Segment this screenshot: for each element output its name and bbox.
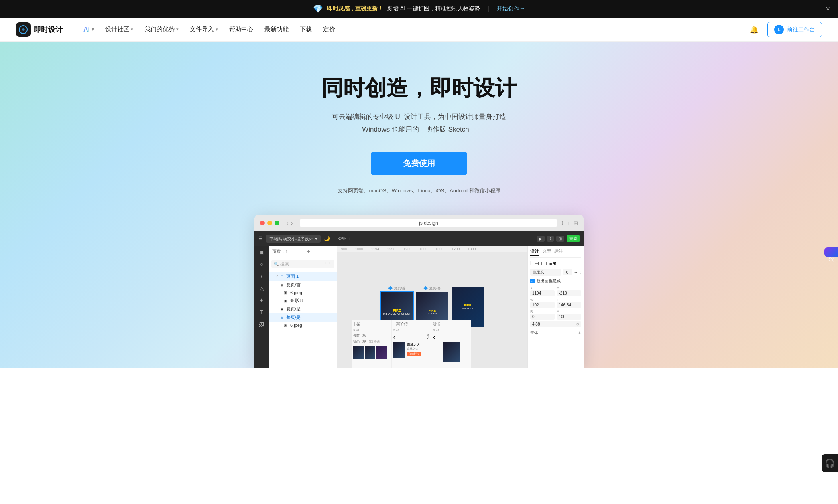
h-input[interactable]: 146.34 <box>557 302 582 308</box>
vector-tool-icon[interactable]: ✦ <box>259 297 264 304</box>
align-center-h-icon[interactable]: ⊣ <box>535 261 539 266</box>
zoom-plus-icon[interactable]: + <box>348 236 350 241</box>
align-top-icon[interactable]: ⊥ <box>545 261 549 266</box>
frame-label-1: 🔷 复页/首 <box>388 286 405 291</box>
free-use-button[interactable]: 免费使用 <box>371 152 467 175</box>
opacity-refresh-icon[interactable]: ↻ <box>576 322 579 326</box>
circle-tool-icon[interactable]: ○ <box>260 261 263 267</box>
x-input[interactable]: 1194 <box>530 290 555 296</box>
w-input[interactable]: 102 <box>530 302 555 308</box>
layer-item[interactable]: ▣6.jpeg <box>269 289 337 296</box>
nav-import[interactable]: 文件导入 ▾ <box>185 23 223 36</box>
zoom-control[interactable]: − 62% + <box>333 236 350 241</box>
align-center-v-icon[interactable]: ≡ <box>549 261 552 266</box>
browser-grid-icon[interactable]: ⊞ <box>574 220 578 226</box>
nav-ai[interactable]: Ai ▾ <box>79 24 99 36</box>
play-btn[interactable]: ▶ <box>537 236 545 242</box>
align-right-icon[interactable]: ⊤ <box>540 261 544 266</box>
text-tool-icon[interactable]: T <box>260 309 264 316</box>
layer-item[interactable]: ▣矩形 8 <box>269 296 337 305</box>
distribute-icon[interactable]: ⊞ <box>553 261 556 266</box>
layer-item[interactable]: ◈复页/是 <box>269 305 337 313</box>
nav-latest[interactable]: 最新功能 <box>260 23 293 36</box>
more-options-icon[interactable]: ⋯ <box>557 261 561 266</box>
layers-search[interactable]: 🔍 搜索 ⋮⋮ <box>271 260 334 268</box>
frame1-title: FIRE <box>393 308 401 312</box>
grid-btn[interactable]: ⊞ <box>556 236 564 242</box>
nav-right: 🔔 L 前往工作台 <box>747 22 822 37</box>
layer-type-icon: ▣ <box>284 291 287 295</box>
y-input[interactable]: -218 <box>557 290 582 296</box>
bottom-strip-1: 书架 9:41 云商书坊 我的书架 书店首选 <box>352 320 392 368</box>
layer-item[interactable]: ✓◻页面 1 <box>269 272 337 281</box>
traffic-light-green[interactable] <box>275 221 279 225</box>
custom-icon1[interactable]: ↔ <box>574 270 578 275</box>
browser-url[interactable]: js.design <box>300 219 557 227</box>
layer-item[interactable]: ◈整页/是 <box>269 313 337 322</box>
nav-latest-label: 最新功能 <box>264 26 289 33</box>
announcement-text: 新增 AI 一键扩图，精准控制人物姿势 <box>387 5 480 12</box>
tab-prototype[interactable]: 原型 <box>542 248 551 256</box>
transform-add-icon[interactable]: + <box>578 330 581 336</box>
r-input[interactable]: 0 <box>530 314 555 320</box>
strip2-title: 书籍介绍 <box>393 322 430 327</box>
layer-options-icon[interactable]: ⋯ <box>329 249 334 254</box>
go-to-workspace-button[interactable]: L 前往工作台 <box>767 22 822 37</box>
moon-icon[interactable]: 🌙 <box>324 236 330 241</box>
traffic-light-red[interactable] <box>260 221 265 225</box>
custom-icon2[interactable]: ↕ <box>579 270 582 275</box>
strip2-content: 森林之火 森林之火 自动折扣 <box>393 342 430 358</box>
logo[interactable]: 即时设计 <box>16 22 63 37</box>
custom-dropdown[interactable]: 自定义 <box>530 269 561 276</box>
hero-subtitle: 可云端编辑的专业级 UI 设计工具，为中国设计师量身打造 Windows 也能用… <box>332 111 506 136</box>
announcement-cta[interactable]: 开始创作→ <box>497 5 525 12</box>
transform-label: 变体 <box>530 330 538 336</box>
nav-help-label: 帮助中心 <box>229 26 253 33</box>
add-page-icon[interactable]: + <box>307 248 310 255</box>
notification-bell[interactable]: 🔔 <box>747 23 761 36</box>
strip3-time: 9:41 <box>433 328 470 332</box>
layer-item[interactable]: ◈复页/首 <box>269 281 337 289</box>
zoom-minus-icon[interactable]: − <box>333 236 336 241</box>
layer-name: 复页/首 <box>286 282 301 288</box>
traffic-light-yellow[interactable] <box>267 221 272 225</box>
clip-checkbox[interactable]: ✓ <box>530 279 535 283</box>
frame2-subtitle: GROUP <box>428 312 437 315</box>
nav-advantage[interactable]: 我们的优势 ▾ <box>140 23 183 36</box>
bottom-strip-2: 书籍介绍 9:41 ‹ ⤴ 森林之火 森林之火 <box>392 320 432 368</box>
select-tool-icon[interactable]: ▣ <box>259 249 264 255</box>
tab-annotate[interactable]: 标注 <box>554 248 563 256</box>
nav-help[interactable]: 帮助中心 <box>224 23 258 36</box>
share-btn[interactable]: ⤴ <box>547 236 554 242</box>
nav-back-btn[interactable]: ‹ <box>287 220 289 226</box>
nav-import-chevron: ▾ <box>216 27 218 32</box>
done-btn[interactable]: 完成 <box>567 235 580 242</box>
floating-button[interactable]: 软 <box>824 247 838 257</box>
browser-share-icon[interactable]: ⤴ <box>561 220 564 226</box>
filter-icon[interactable]: ⋮⋮ <box>323 261 332 267</box>
announcement-close[interactable]: × <box>826 5 830 13</box>
browser-add-icon[interactable]: + <box>567 220 570 226</box>
project-chevron-icon: ▾ <box>315 236 317 241</box>
canvas-area[interactable]: 900 1000 1194 1296 1250 1500 1600 1700 1… <box>337 246 527 368</box>
nav-price[interactable]: 定价 <box>318 23 340 36</box>
layer-name: 6.jpeg <box>290 323 302 328</box>
project-menu[interactable]: 书籍阅读类小程序设计 ▾ <box>266 235 321 243</box>
image-tool-icon[interactable]: 🖼 <box>259 321 264 328</box>
nav-community[interactable]: 设计社区 ▾ <box>100 23 138 36</box>
nav-forward-btn[interactable]: › <box>291 220 293 226</box>
opacity-field-group: A 100 <box>557 310 582 320</box>
opacity-slider-field[interactable]: 4.88 ↻ <box>530 321 581 327</box>
triangle-tool-icon[interactable]: △ <box>260 285 264 291</box>
tab-design[interactable]: 设计 <box>530 248 539 256</box>
custom-val[interactable]: 0 <box>563 269 572 275</box>
pen-tool-icon[interactable]: / <box>261 273 262 279</box>
opacity-input[interactable]: 100 <box>557 314 582 320</box>
hamburger-icon[interactable]: ☰ <box>258 236 263 241</box>
layer-item[interactable]: ▣6.jpeg <box>269 322 337 329</box>
nav-ai-chevron: ▾ <box>92 27 94 32</box>
align-left-icon[interactable]: ⊢ <box>530 261 534 266</box>
strip3-title: 听书 <box>433 322 470 327</box>
layer-name: 6.jpeg <box>290 290 302 295</box>
nav-download[interactable]: 下载 <box>295 23 317 36</box>
